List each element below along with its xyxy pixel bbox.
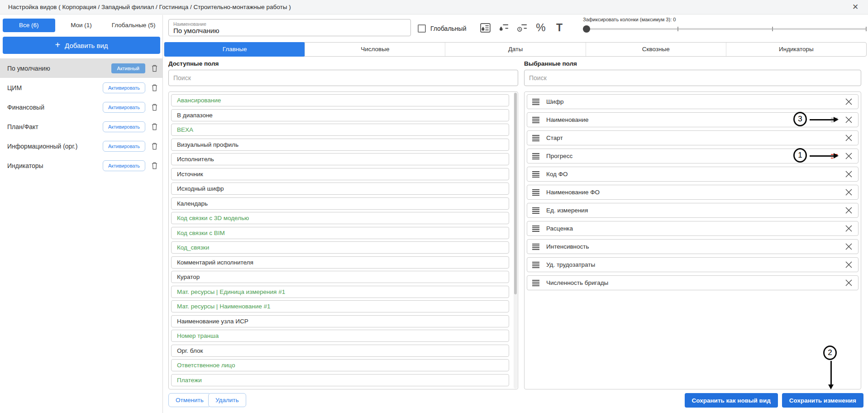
drag-handle-icon[interactable] <box>532 207 540 214</box>
available-field-row[interactable]: В диапазоне <box>171 109 509 121</box>
drag-handle-icon[interactable] <box>532 243 540 250</box>
sidebar-tab[interactable]: Глобальные (5) <box>107 19 160 32</box>
available-field-row[interactable]: Визуальный профиль <box>171 139 509 151</box>
field-category-tab[interactable]: Главные <box>164 42 305 57</box>
text-icon[interactable]: T <box>553 21 566 34</box>
remove-field-button[interactable] <box>845 206 853 214</box>
selected-field-row[interactable]: Наименование ФО <box>527 185 858 200</box>
scrollbar-track[interactable] <box>514 92 517 389</box>
remove-field-button[interactable] <box>845 152 853 160</box>
available-field-row[interactable]: Код связки с 3D моделью <box>171 212 509 224</box>
field-category-tab[interactable]: Сквозные <box>586 43 726 56</box>
view-row[interactable]: ЦИМ Активировать <box>0 78 162 97</box>
time-rows-icon[interactable] <box>516 21 529 34</box>
available-field-row[interactable]: Орг. блок <box>171 345 509 357</box>
percent-icon[interactable]: % <box>534 21 547 34</box>
view-row[interactable]: Индикаторы Активировать <box>0 156 162 175</box>
drag-handle-icon[interactable] <box>532 98 540 106</box>
remove-field-button[interactable] <box>845 116 853 124</box>
remove-field-button[interactable] <box>845 98 853 106</box>
sidebar-tab[interactable]: Мои (1) <box>55 19 108 32</box>
selected-field-row[interactable]: Уд. трудозатраты <box>527 257 858 272</box>
cancel-button[interactable]: Отменить <box>168 393 211 407</box>
activate-button[interactable]: Активировать <box>103 141 145 152</box>
delete-view-button[interactable] <box>151 162 158 169</box>
available-field-row[interactable]: Комментарий исполнителя <box>171 256 509 269</box>
selected-field-row[interactable]: Расценка <box>527 221 858 236</box>
drag-handle-icon[interactable] <box>532 153 540 160</box>
remove-field-button[interactable] <box>845 134 853 142</box>
view-row[interactable]: План/Факт Активировать <box>0 117 162 136</box>
available-field-row[interactable]: Код связки с BIM <box>171 227 509 239</box>
activate-button[interactable]: Активировать <box>103 160 145 171</box>
selected-search-input[interactable] <box>524 70 861 86</box>
checkbox-box[interactable] <box>418 24 426 33</box>
available-field-row[interactable]: Код_связки <box>171 241 509 254</box>
available-field-row[interactable]: Мат. ресурсы | Наименование #1 <box>171 300 509 312</box>
delete-view-button[interactable] <box>151 142 158 150</box>
fill-rows-icon[interactable] <box>497 21 510 34</box>
selected-field-row[interactable]: Старт <box>527 130 858 145</box>
available-field-row[interactable]: Наименование узла ИСР <box>171 315 509 327</box>
field-category-tab[interactable]: Индикаторы <box>726 43 866 56</box>
drag-handle-icon[interactable] <box>532 134 540 142</box>
freeze-columns-slider[interactable] <box>583 28 867 30</box>
remove-field-button[interactable] <box>845 243 853 250</box>
delete-view-button[interactable] <box>151 84 158 91</box>
remove-field-button[interactable] <box>845 170 853 178</box>
selected-field-row[interactable]: Наименование <box>527 112 858 127</box>
available-field-row[interactable]: Куратор <box>171 271 509 283</box>
scrollbar-thumb[interactable] <box>514 93 517 294</box>
activate-button[interactable]: Активировать <box>103 102 145 113</box>
field-category-tab[interactable]: Даты <box>445 43 585 56</box>
drag-handle-icon[interactable] <box>532 116 540 124</box>
drag-handle-icon[interactable] <box>532 261 540 269</box>
field-category-tab[interactable]: Числовые <box>305 43 445 56</box>
available-fields-list[interactable]: Авансирование В диапазоне ВЕХА Визуальны… <box>168 91 518 389</box>
view-row[interactable]: Финансовый Активировать <box>0 97 162 117</box>
remove-field-button[interactable] <box>845 225 853 232</box>
drag-handle-icon[interactable] <box>532 189 540 196</box>
selected-field-row[interactable]: Прогресс <box>527 149 858 163</box>
activate-button[interactable]: Активировать <box>103 121 145 132</box>
global-checkbox[interactable]: Глобальный <box>418 24 466 33</box>
view-row[interactable]: Информационный (орг.) Активировать <box>0 136 162 156</box>
remove-field-button[interactable] <box>845 261 853 269</box>
available-field-row[interactable]: Календарь <box>171 197 509 210</box>
selected-field-row[interactable]: Код ФО <box>527 167 858 182</box>
available-field-row[interactable]: ВЕХА <box>171 124 509 136</box>
drag-handle-icon[interactable] <box>532 225 540 232</box>
available-field-row[interactable]: Номер транша <box>171 330 509 342</box>
delete-view-button[interactable] <box>151 123 158 130</box>
fill-table-icon[interactable] <box>479 21 491 34</box>
available-field-row[interactable]: Авансирование <box>171 94 509 106</box>
remove-field-button[interactable] <box>845 279 853 287</box>
available-search-input[interactable] <box>168 70 518 86</box>
name-input[interactable] <box>173 27 400 34</box>
selected-field-row[interactable]: Интенсивность <box>527 239 858 254</box>
available-field-row[interactable]: Ответственное лицо <box>171 359 509 371</box>
add-view-button[interactable]: + Добавить вид <box>3 37 160 54</box>
save-changes-button[interactable]: Сохранить изменения <box>782 393 863 408</box>
view-name-field[interactable]: Наименование <box>168 19 411 36</box>
slider-thumb[interactable] <box>583 25 590 33</box>
activate-button[interactable]: Активировать <box>103 82 145 93</box>
selected-field-row[interactable]: Численность бригады <box>527 275 858 290</box>
available-field-row[interactable]: Исполнитель <box>171 153 509 165</box>
save-as-new-button[interactable]: Сохранить как новый вид <box>685 393 778 408</box>
drag-handle-icon[interactable] <box>532 171 540 178</box>
selected-field-row[interactable]: Ед. измерения <box>527 203 858 218</box>
available-field-row[interactable]: Мат. ресурсы | Единица измерения #1 <box>171 286 509 298</box>
remove-field-button[interactable] <box>845 188 853 196</box>
delete-view-button[interactable] <box>151 64 158 72</box>
delete-view-button[interactable] <box>151 103 158 111</box>
available-field-row[interactable]: Исходный шифр <box>171 182 509 195</box>
available-field-row[interactable]: Источник <box>171 168 509 180</box>
drag-handle-icon[interactable] <box>532 279 540 287</box>
delete-button[interactable]: Удалить <box>208 393 246 407</box>
close-icon[interactable]: ✕ <box>850 2 861 13</box>
selected-field-row[interactable]: Шифр <box>527 94 858 109</box>
available-field-row[interactable]: Платежи <box>171 374 509 386</box>
sidebar-tab[interactable]: Все (6) <box>3 19 55 32</box>
view-row[interactable]: По умолчанию Активный <box>0 58 162 78</box>
